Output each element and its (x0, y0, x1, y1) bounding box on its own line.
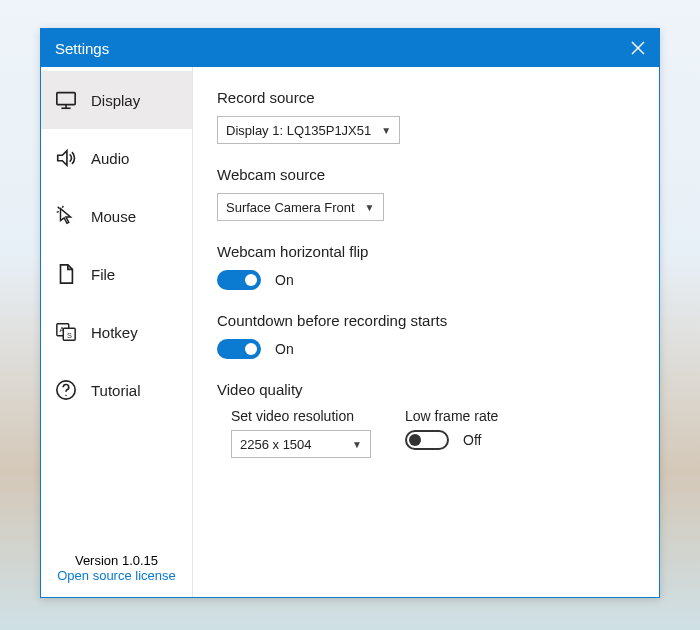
open-source-license-link[interactable]: Open source license (49, 568, 184, 583)
sidebar-item-tutorial[interactable]: Tutorial (41, 361, 192, 419)
low-frame-rate-toggle[interactable] (405, 430, 449, 450)
sidebar-item-hotkey[interactable]: AS Hotkey (41, 303, 192, 361)
record-source-dropdown[interactable]: Display 1: LQ135P1JX51 ▼ (217, 116, 400, 144)
mouse-icon (55, 205, 77, 227)
video-resolution-value: 2256 x 1504 (240, 437, 312, 452)
countdown-toggle[interactable] (217, 339, 261, 359)
webcam-flip-label: Webcam horizontal flip (217, 243, 635, 260)
tutorial-icon (55, 379, 77, 401)
chevron-down-icon: ▼ (365, 202, 375, 213)
video-resolution-group: Set video resolution 2256 x 1504 ▼ (231, 408, 371, 458)
file-icon (55, 263, 77, 285)
video-resolution-label: Set video resolution (231, 408, 371, 424)
body-area: Display Audio Mouse File (41, 67, 659, 597)
webcam-source-value: Surface Camera Front (226, 200, 355, 215)
content-panel: Record source Display 1: LQ135P1JX51 ▼ W… (193, 67, 659, 597)
record-source-label: Record source (217, 89, 635, 106)
webcam-source-dropdown[interactable]: Surface Camera Front ▼ (217, 193, 384, 221)
webcam-source-section: Webcam source Surface Camera Front ▼ (217, 166, 635, 221)
audio-icon (55, 147, 77, 169)
sidebar-item-display[interactable]: Display (41, 71, 192, 129)
close-button[interactable] (631, 41, 645, 55)
video-resolution-dropdown[interactable]: 2256 x 1504 ▼ (231, 430, 371, 458)
low-frame-rate-label: Low frame rate (405, 408, 498, 424)
countdown-state: On (275, 341, 294, 357)
sidebar-item-label: File (91, 266, 115, 283)
chevron-down-icon: ▼ (352, 439, 362, 450)
low-frame-rate-group: Low frame rate Off (405, 408, 498, 458)
sidebar-item-label: Hotkey (91, 324, 138, 341)
titlebar: Settings (41, 29, 659, 67)
display-icon (55, 89, 77, 111)
webcam-source-label: Webcam source (217, 166, 635, 183)
sidebar-footer: Version 1.0.15 Open source license (41, 543, 192, 597)
sidebar-item-label: Tutorial (91, 382, 140, 399)
svg-line-8 (57, 211, 59, 212)
video-quality-section: Video quality Set video resolution 2256 … (217, 381, 635, 458)
svg-point-14 (65, 395, 66, 396)
record-source-value: Display 1: LQ135P1JX51 (226, 123, 371, 138)
svg-line-6 (58, 207, 60, 209)
webcam-flip-toggle[interactable] (217, 270, 261, 290)
close-icon (631, 41, 645, 55)
svg-rect-2 (57, 93, 75, 105)
record-source-section: Record source Display 1: LQ135P1JX51 ▼ (217, 89, 635, 144)
sidebar-item-audio[interactable]: Audio (41, 129, 192, 187)
sidebar-item-label: Audio (91, 150, 129, 167)
countdown-section: Countdown before recording starts On (217, 312, 635, 359)
sidebar-item-file[interactable]: File (41, 245, 192, 303)
svg-line-7 (62, 206, 63, 208)
version-text: Version 1.0.15 (49, 553, 184, 568)
chevron-down-icon: ▼ (381, 125, 391, 136)
sidebar-item-mouse[interactable]: Mouse (41, 187, 192, 245)
sidebar-item-label: Display (91, 92, 140, 109)
svg-text:A: A (60, 325, 65, 334)
video-quality-label: Video quality (217, 381, 635, 398)
svg-text:S: S (67, 331, 72, 340)
svg-marker-5 (58, 151, 67, 166)
countdown-label: Countdown before recording starts (217, 312, 635, 329)
sidebar-item-label: Mouse (91, 208, 136, 225)
settings-window: Settings Display Audio (40, 28, 660, 598)
webcam-flip-section: Webcam horizontal flip On (217, 243, 635, 290)
hotkey-icon: AS (55, 321, 77, 343)
window-title: Settings (55, 40, 109, 57)
sidebar: Display Audio Mouse File (41, 67, 193, 597)
low-frame-rate-state: Off (463, 432, 481, 448)
webcam-flip-state: On (275, 272, 294, 288)
